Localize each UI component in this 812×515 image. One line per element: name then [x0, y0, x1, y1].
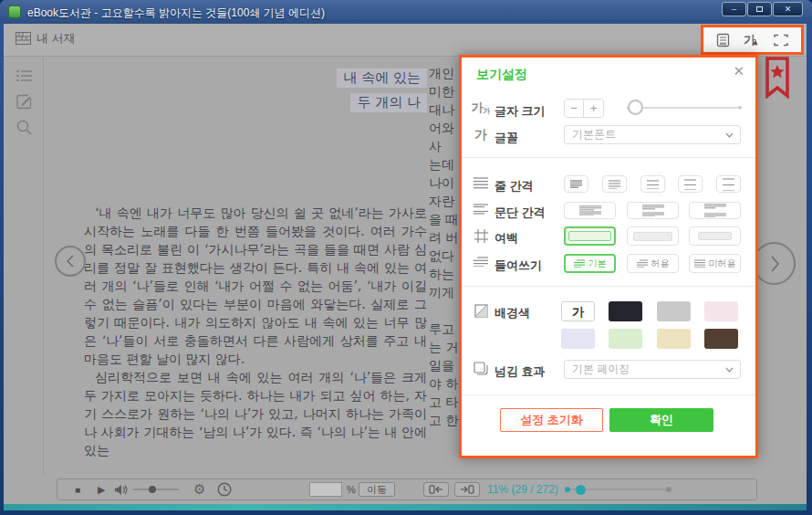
- document-icon[interactable]: [716, 33, 730, 47]
- bookshelf-icon: [16, 32, 31, 45]
- volume-icon[interactable]: [114, 478, 128, 500]
- line-spacing-option-3[interactable]: [640, 175, 665, 193]
- font-size-increase-button[interactable]: +: [584, 100, 603, 117]
- reset-settings-button[interactable]: 설정 초기화: [500, 408, 603, 432]
- font-size-stepper: − +: [564, 99, 604, 118]
- fullscreen-icon[interactable]: [774, 34, 788, 47]
- jump-to-start-button[interactable]: [423, 482, 449, 497]
- paragraph-spacing-icon: [471, 204, 491, 215]
- page-transition-label: 넘김 효과: [494, 363, 546, 380]
- view-tools-highlight-box: 가: [701, 25, 804, 55]
- paragraph: 심리학적으로 보면 내 속에 있는 여러 개의 ‘나’들은 크게 두 가지로 모…: [84, 368, 427, 459]
- margin-option-3[interactable]: [689, 226, 741, 246]
- indent-label: 들여쓰기: [494, 258, 542, 274]
- note-icon[interactable]: [16, 94, 32, 113]
- volume-slider-track[interactable]: [133, 489, 179, 490]
- reading-progress-label: 11% (29 / 272): [487, 483, 558, 496]
- paragraph-spacing-option-1[interactable]: [564, 202, 616, 219]
- line-spacing-option-4[interactable]: [678, 175, 703, 193]
- indent-option-disallow[interactable]: 미허용: [689, 254, 741, 273]
- bg-swatch-cream[interactable]: [657, 329, 691, 349]
- font-family-icon: 가: [471, 127, 491, 143]
- percent-symbol: %: [347, 478, 356, 500]
- panel-close-icon[interactable]: ✕: [733, 63, 744, 79]
- view-settings-panel: 보기설정 ✕ 가가 글자 크기 − + 가 글꼴 기본폰트 줄 간: [459, 55, 758, 458]
- settings-gear-icon[interactable]: ⚙: [193, 478, 205, 500]
- font-size-icon: 가가: [471, 100, 491, 116]
- close-window-button[interactable]: ✕: [773, 2, 803, 16]
- paragraph-spacing-label: 문단 간격: [494, 205, 546, 221]
- line-spacing-option-1[interactable]: [564, 175, 588, 193]
- chapter-title-line2: 두 개의 나: [350, 93, 427, 112]
- line-spacing-label: 줄 간격: [494, 178, 534, 194]
- chapter-title-line1: 내 속에 있는: [337, 68, 427, 88]
- book-body-text: ‘내 속엔 내가 너무도 많아 당신의 쉴 곳 없네’라는 가사로 시작하는 노…: [84, 204, 427, 459]
- tts-play-button[interactable]: ▶: [98, 478, 105, 500]
- top-toolbar: [4, 24, 807, 57]
- bg-swatch-green[interactable]: [609, 329, 642, 349]
- background-color-icon: [471, 304, 491, 318]
- my-library-label: 내 서재: [36, 30, 76, 47]
- indent-option-allow[interactable]: 허용: [627, 254, 679, 273]
- progress-start-dot: [565, 487, 570, 492]
- font-size-label: 글자 크기: [494, 103, 546, 120]
- paragraph: ‘내 속엔 내가 너무도 많아 당신의 쉴 곳 없네’라는 가사로 시작하는 노…: [84, 204, 427, 368]
- line-spacing-option-5[interactable]: [716, 175, 741, 193]
- app-window: eBook도서관 - 고요할수록 밝아지는 것들(100쇄 기념 에디션) – …: [0, 0, 812, 515]
- search-icon[interactable]: [16, 120, 32, 139]
- volume-slider-thumb[interactable]: [149, 486, 156, 493]
- maximize-icon: [756, 6, 763, 12]
- bg-swatch-white[interactable]: 가: [561, 301, 595, 321]
- maximize-button[interactable]: [747, 2, 772, 16]
- background-color-label: 배경색: [494, 305, 530, 321]
- text-settings-icon[interactable]: 가: [744, 32, 760, 48]
- toc-icon[interactable]: [16, 69, 32, 86]
- chevron-down-icon: [725, 367, 734, 373]
- panel-divider: [462, 157, 755, 158]
- margin-option-1-selected[interactable]: [564, 226, 616, 246]
- margin-label: 여백: [494, 230, 518, 247]
- margin-icon: [471, 229, 491, 243]
- percent-input[interactable]: [309, 482, 342, 497]
- panel-divider: [462, 394, 755, 395]
- goto-button[interactable]: 이동: [359, 482, 395, 497]
- prev-page-button[interactable]: [55, 246, 86, 277]
- font-family-dropdown[interactable]: 기본폰트: [564, 125, 741, 144]
- panel-title: 보기설정: [476, 67, 527, 83]
- confirm-button[interactable]: 확인: [609, 408, 713, 432]
- paragraph-spacing-option-2[interactable]: [627, 202, 679, 219]
- timer-clock-icon[interactable]: [217, 478, 232, 500]
- bookmark-ribbon-icon[interactable]: [765, 57, 789, 102]
- indent-icon: [471, 257, 491, 267]
- line-spacing-icon: [471, 177, 491, 189]
- line-spacing-option-2[interactable]: [602, 175, 627, 193]
- titlebar: eBook도서관 - 고요할수록 밝아지는 것들(100쇄 기념 에디션) – …: [0, 0, 812, 24]
- page-transition-icon: [471, 362, 491, 375]
- bg-swatch-gray[interactable]: [657, 301, 691, 321]
- panel-divider: [462, 286, 755, 287]
- font-size-slider-track[interactable]: [628, 107, 741, 109]
- progress-end-dot: [666, 487, 671, 492]
- window-bottom-accent: [4, 504, 807, 510]
- progress-slider-thumb[interactable]: [576, 485, 586, 495]
- window-title: eBook도서관 - 고요할수록 밝아지는 것들(100쇄 기념 에디션): [27, 5, 325, 21]
- bg-swatch-lavender[interactable]: [561, 329, 595, 349]
- minimize-button[interactable]: –: [722, 2, 746, 16]
- next-page-button[interactable]: [753, 242, 796, 285]
- indent-option-default-selected[interactable]: 기본: [564, 254, 616, 273]
- chevron-down-icon: [725, 132, 734, 138]
- app-logo-icon: [8, 5, 21, 18]
- page-transition-dropdown[interactable]: 기본 페이징: [564, 360, 741, 379]
- paragraph-spacing-option-3[interactable]: [689, 202, 741, 219]
- font-size-slider-thumb[interactable]: [628, 100, 643, 115]
- tts-stop-button[interactable]: ■: [75, 478, 80, 500]
- font-size-decrease-button[interactable]: −: [565, 100, 584, 117]
- bg-swatch-brown[interactable]: [704, 329, 738, 349]
- jump-to-end-button[interactable]: [454, 482, 480, 497]
- right-page-column: 개인미한 대나어와 사는데 나이자란 을 때려 버 없다하는 끼게 루고는 거 …: [429, 66, 459, 449]
- bg-swatch-black[interactable]: [609, 301, 642, 321]
- font-family-label: 글꼴: [494, 130, 518, 146]
- my-library-button[interactable]: 내 서재: [16, 30, 76, 47]
- bg-swatch-pink[interactable]: [704, 301, 738, 321]
- margin-option-2[interactable]: [627, 226, 679, 246]
